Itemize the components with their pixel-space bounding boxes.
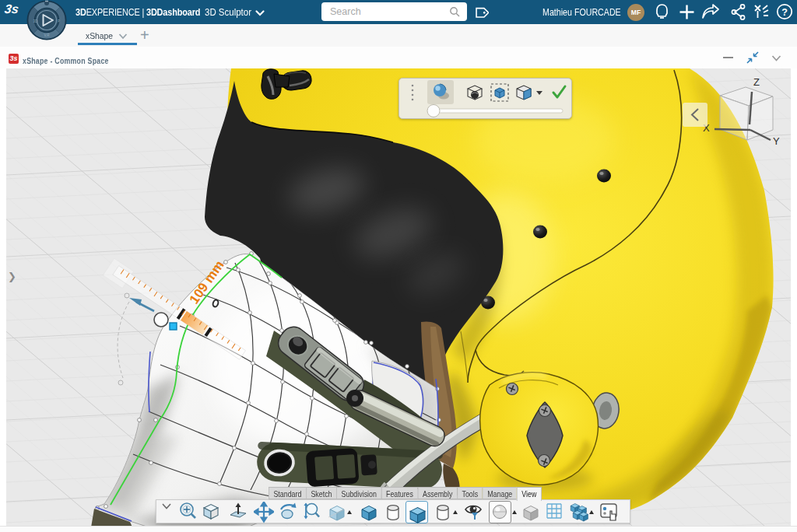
svg-text:?: ? (781, 7, 788, 18)
svg-text:3D: 3D (33, 19, 39, 23)
svg-text:V.R: V.R (44, 33, 50, 37)
svg-text:Z: Z (753, 76, 760, 88)
svg-text:P: P (58, 19, 60, 23)
svg-text:Y: Y (773, 135, 780, 147)
